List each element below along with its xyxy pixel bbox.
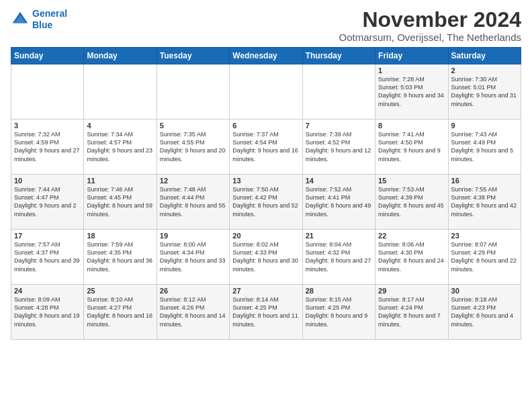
table-row: 11Sunrise: 7:46 AM Sunset: 4:45 PM Dayli… (84, 175, 157, 230)
day-number: 29 (378, 287, 445, 295)
col-sunday: Sunday (11, 48, 84, 64)
day-number: 4 (87, 122, 153, 130)
day-info: Sunrise: 7:35 AM Sunset: 4:55 PM Dayligh… (160, 130, 226, 163)
col-tuesday: Tuesday (157, 48, 229, 64)
day-number: 19 (160, 232, 226, 240)
table-row: 10Sunrise: 7:44 AM Sunset: 4:47 PM Dayli… (11, 175, 84, 230)
day-number: 10 (14, 177, 81, 185)
day-number: 18 (87, 232, 153, 240)
day-number: 9 (451, 122, 518, 130)
day-info: Sunrise: 8:15 AM Sunset: 4:25 PM Dayligh… (306, 295, 372, 328)
day-number: 27 (232, 287, 299, 295)
col-saturday: Saturday (448, 48, 521, 64)
day-info: Sunrise: 7:48 AM Sunset: 4:44 PM Dayligh… (160, 185, 226, 218)
day-info: Sunrise: 8:14 AM Sunset: 4:25 PM Dayligh… (232, 295, 299, 328)
calendar-header-row: Sunday Monday Tuesday Wednesday Thursday… (11, 48, 521, 64)
day-info: Sunrise: 8:17 AM Sunset: 4:24 PM Dayligh… (378, 295, 445, 328)
day-info: Sunrise: 7:39 AM Sunset: 4:52 PM Dayligh… (306, 130, 372, 163)
table-row: 28Sunrise: 8:15 AM Sunset: 4:25 PM Dayli… (302, 285, 375, 340)
table-row: 7Sunrise: 7:39 AM Sunset: 4:52 PM Daylig… (302, 120, 375, 175)
day-number: 3 (14, 122, 81, 130)
calendar-table: Sunday Monday Tuesday Wednesday Thursday… (11, 47, 521, 340)
table-row: 29Sunrise: 8:17 AM Sunset: 4:24 PM Dayli… (375, 285, 448, 340)
table-row: 30Sunrise: 8:18 AM Sunset: 4:23 PM Dayli… (448, 285, 521, 340)
table-row: 25Sunrise: 8:10 AM Sunset: 4:27 PM Dayli… (84, 285, 157, 340)
day-info: Sunrise: 7:37 AM Sunset: 4:54 PM Dayligh… (232, 130, 299, 163)
day-number: 26 (160, 287, 226, 295)
day-number: 13 (232, 177, 299, 185)
day-info: Sunrise: 7:28 AM Sunset: 5:03 PM Dayligh… (378, 75, 445, 108)
day-number: 5 (160, 122, 226, 130)
day-number: 22 (378, 232, 445, 240)
day-number: 2 (451, 66, 518, 75)
logo-text: General Blue (32, 8, 67, 31)
day-info: Sunrise: 8:00 AM Sunset: 4:34 PM Dayligh… (160, 240, 226, 273)
day-number: 17 (14, 232, 81, 240)
day-number: 15 (378, 177, 445, 185)
table-row: 16Sunrise: 7:55 AM Sunset: 4:38 PM Dayli… (448, 175, 521, 230)
day-info: Sunrise: 7:34 AM Sunset: 4:57 PM Dayligh… (87, 130, 153, 163)
table-row: 8Sunrise: 7:41 AM Sunset: 4:50 PM Daylig… (375, 120, 448, 175)
day-number: 12 (160, 177, 226, 185)
calendar-week-row: 17Sunrise: 7:57 AM Sunset: 4:37 PM Dayli… (11, 230, 521, 285)
col-wednesday: Wednesday (230, 48, 302, 64)
calendar-week-row: 10Sunrise: 7:44 AM Sunset: 4:47 PM Dayli… (11, 175, 521, 230)
table-row: 15Sunrise: 7:53 AM Sunset: 4:39 PM Dayli… (375, 175, 448, 230)
day-number: 6 (232, 122, 299, 130)
day-info: Sunrise: 8:07 AM Sunset: 4:29 PM Dayligh… (451, 240, 518, 273)
logo-icon (11, 10, 30, 29)
day-number: 30 (451, 287, 518, 295)
title-area: November 2024 Ootmarsum, Overijssel, The… (339, 8, 522, 43)
day-info: Sunrise: 8:06 AM Sunset: 4:30 PM Dayligh… (378, 240, 445, 273)
calendar-week-row: 1Sunrise: 7:28 AM Sunset: 5:03 PM Daylig… (11, 64, 521, 120)
table-row: 22Sunrise: 8:06 AM Sunset: 4:30 PM Dayli… (375, 230, 448, 285)
logo: General Blue (11, 8, 67, 31)
day-info: Sunrise: 7:52 AM Sunset: 4:41 PM Dayligh… (306, 185, 372, 218)
day-info: Sunrise: 7:30 AM Sunset: 5:01 PM Dayligh… (451, 75, 518, 108)
table-row: 2Sunrise: 7:30 AM Sunset: 5:01 PM Daylig… (448, 64, 521, 120)
day-number: 24 (14, 287, 81, 295)
day-number: 28 (306, 287, 372, 295)
day-info: Sunrise: 8:18 AM Sunset: 4:23 PM Dayligh… (451, 295, 518, 328)
day-number: 16 (451, 177, 518, 185)
table-row (84, 64, 157, 120)
day-number: 21 (306, 232, 372, 240)
day-info: Sunrise: 7:50 AM Sunset: 4:42 PM Dayligh… (232, 185, 299, 218)
day-number: 11 (87, 177, 153, 185)
table-row: 13Sunrise: 7:50 AM Sunset: 4:42 PM Dayli… (230, 175, 302, 230)
day-info: Sunrise: 7:41 AM Sunset: 4:50 PM Dayligh… (378, 130, 445, 163)
table-row (230, 64, 302, 120)
table-row: 26Sunrise: 8:12 AM Sunset: 4:26 PM Dayli… (157, 285, 229, 340)
table-row (302, 64, 375, 120)
day-info: Sunrise: 8:09 AM Sunset: 4:28 PM Dayligh… (14, 295, 81, 328)
day-info: Sunrise: 7:57 AM Sunset: 4:37 PM Dayligh… (14, 240, 81, 273)
table-row: 19Sunrise: 8:00 AM Sunset: 4:34 PM Dayli… (157, 230, 229, 285)
day-number: 20 (232, 232, 299, 240)
day-number: 23 (451, 232, 518, 240)
day-number: 1 (378, 66, 445, 75)
header: General Blue November 2024 Ootmarsum, Ov… (11, 8, 521, 43)
table-row (11, 64, 84, 120)
table-row: 4Sunrise: 7:34 AM Sunset: 4:57 PM Daylig… (84, 120, 157, 175)
day-info: Sunrise: 8:04 AM Sunset: 4:32 PM Dayligh… (306, 240, 372, 273)
table-row: 14Sunrise: 7:52 AM Sunset: 4:41 PM Dayli… (302, 175, 375, 230)
day-number: 14 (306, 177, 372, 185)
col-friday: Friday (375, 48, 448, 64)
day-info: Sunrise: 7:46 AM Sunset: 4:45 PM Dayligh… (87, 185, 153, 218)
table-row: 9Sunrise: 7:43 AM Sunset: 4:49 PM Daylig… (448, 120, 521, 175)
table-row: 23Sunrise: 8:07 AM Sunset: 4:29 PM Dayli… (448, 230, 521, 285)
day-info: Sunrise: 8:02 AM Sunset: 4:33 PM Dayligh… (232, 240, 299, 273)
day-number: 7 (306, 122, 372, 130)
table-row: 12Sunrise: 7:48 AM Sunset: 4:44 PM Dayli… (157, 175, 229, 230)
day-info: Sunrise: 7:59 AM Sunset: 4:35 PM Dayligh… (87, 240, 153, 273)
calendar-subtitle: Ootmarsum, Overijssel, The Netherlands (339, 32, 522, 43)
table-row: 20Sunrise: 8:02 AM Sunset: 4:33 PM Dayli… (230, 230, 302, 285)
day-info: Sunrise: 7:44 AM Sunset: 4:47 PM Dayligh… (14, 185, 81, 218)
day-number: 25 (87, 287, 153, 295)
day-number: 8 (378, 122, 445, 130)
table-row: 27Sunrise: 8:14 AM Sunset: 4:25 PM Dayli… (230, 285, 302, 340)
day-info: Sunrise: 7:43 AM Sunset: 4:49 PM Dayligh… (451, 130, 518, 163)
page: General Blue November 2024 Ootmarsum, Ov… (0, 0, 532, 345)
table-row (157, 64, 229, 120)
table-row: 3Sunrise: 7:32 AM Sunset: 4:59 PM Daylig… (11, 120, 84, 175)
